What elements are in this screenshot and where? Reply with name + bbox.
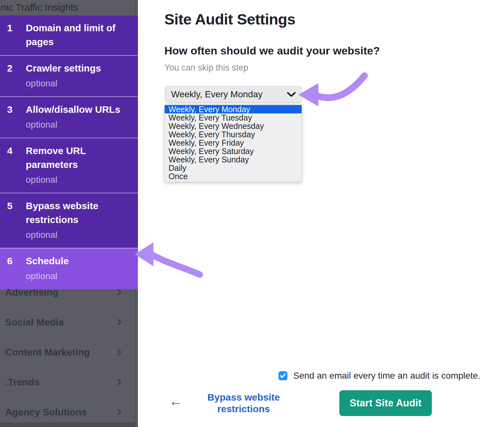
chevron-right-icon	[115, 349, 121, 355]
bypass-website-restrictions-link[interactable]: Bypass website restrictions	[195, 392, 292, 415]
option-weekly-wednesday[interactable]: Weekly, Every Wednesday	[165, 122, 302, 130]
option-weekly-saturday[interactable]: Weekly, Every Saturday	[165, 147, 302, 155]
step-title: Schedule	[26, 254, 126, 268]
nav-item-label: Agency Solutions	[5, 407, 87, 418]
option-weekly-thursday[interactable]: Weekly, Every Thursday	[165, 130, 302, 139]
option-weekly-friday[interactable]: Weekly, Every Friday	[165, 139, 302, 147]
sidebar-item-content-marketing[interactable]: Content Marketing	[0, 337, 135, 367]
sidebar-step-schedule-active[interactable]: 6 Schedule optional	[0, 248, 138, 289]
step-title: Bypass website restrictions	[26, 199, 126, 227]
step-title: Remove URL parameters	[26, 144, 126, 171]
option-once[interactable]: Once	[165, 172, 302, 180]
email-notification-row: Send an email every time an audit is com…	[278, 371, 480, 381]
sidebar-bottom-strip	[0, 422, 135, 427]
step-optional-label: optional	[26, 228, 126, 241]
step-optional-label: optional	[26, 270, 126, 283]
nav-item-label: .Trends	[5, 377, 40, 388]
nav-item-label: Content Marketing	[5, 347, 90, 358]
sidebar-top-label: anic Traffic Insights	[0, 0, 137, 15]
dimmed-main-nav: Advertising Social Media Content Marketi…	[0, 277, 135, 427]
schedule-options-dropdown: Weekly, Every Monday Weekly, Every Tuesd…	[164, 104, 302, 182]
chevron-right-icon	[115, 319, 121, 325]
main-panel: Site Audit Settings How often should we …	[138, 0, 504, 427]
schedule-select-value: Weekly, Every Monday	[171, 89, 263, 100]
step-number: 5	[0, 199, 19, 241]
step-title: Domain and limit of pages	[26, 21, 126, 49]
step-number: 2	[0, 61, 19, 90]
sidebar-step-bypass-website-restrictions[interactable]: 5 Bypass website restrictions optional	[0, 193, 138, 248]
schedule-select[interactable]: Weekly, Every Monday	[165, 86, 302, 103]
step-number: 1	[0, 21, 19, 49]
start-site-audit-button[interactable]: Start Site Audit	[339, 390, 432, 416]
option-daily[interactable]: Daily	[165, 164, 302, 172]
option-weekly-tuesday[interactable]: Weekly, Every Tuesday	[165, 113, 302, 122]
step-optional-label: optional	[26, 118, 126, 131]
nav-item-label: Social Media	[5, 317, 64, 328]
option-weekly-sunday[interactable]: Weekly, Every Sunday	[165, 155, 302, 164]
page-title: Site Audit Settings	[164, 10, 296, 28]
step-number: 6	[0, 254, 19, 283]
steps-menu: 1 Domain and limit of pages 2 Crawler se…	[0, 15, 138, 289]
step-number: 4	[0, 144, 19, 186]
step-optional-label: optional	[26, 173, 126, 186]
skip-step-hint: You can skip this step	[164, 63, 248, 73]
sidebar: anic Traffic Insights 1 Domain and limit…	[0, 0, 138, 427]
site-audit-settings-screen: anic Traffic Insights 1 Domain and limit…	[0, 0, 504, 427]
sidebar-item-social-media[interactable]: Social Media	[0, 307, 135, 337]
chevron-right-icon	[115, 409, 121, 415]
chevron-right-icon	[115, 379, 121, 385]
audit-frequency-question: How often should we audit your website?	[164, 44, 380, 57]
step-title: Allow/disallow URLs	[26, 102, 126, 116]
step-number: 3	[0, 102, 19, 131]
email-notification-checkbox[interactable]	[278, 371, 287, 380]
back-arrow-icon[interactable]: ←	[169, 394, 183, 408]
step-title: Crawler settings	[26, 61, 126, 75]
chevron-down-icon	[287, 92, 296, 97]
sidebar-step-domain-and-limit[interactable]: 1 Domain and limit of pages	[0, 15, 138, 55]
checkmark-icon	[280, 373, 286, 378]
sidebar-item-trends[interactable]: .Trends	[0, 367, 135, 397]
chevron-right-icon	[115, 289, 121, 296]
email-notification-label: Send an email every time an audit is com…	[293, 371, 480, 381]
step-optional-label: optional	[26, 77, 126, 90]
sidebar-step-crawler-settings[interactable]: 2 Crawler settings optional	[0, 55, 138, 96]
sidebar-step-allow-disallow-urls[interactable]: 3 Allow/disallow URLs optional	[0, 96, 138, 138]
option-weekly-monday[interactable]: Weekly, Every Monday	[165, 105, 302, 113]
sidebar-step-remove-url-parameters[interactable]: 4 Remove URL parameters optional	[0, 138, 138, 193]
